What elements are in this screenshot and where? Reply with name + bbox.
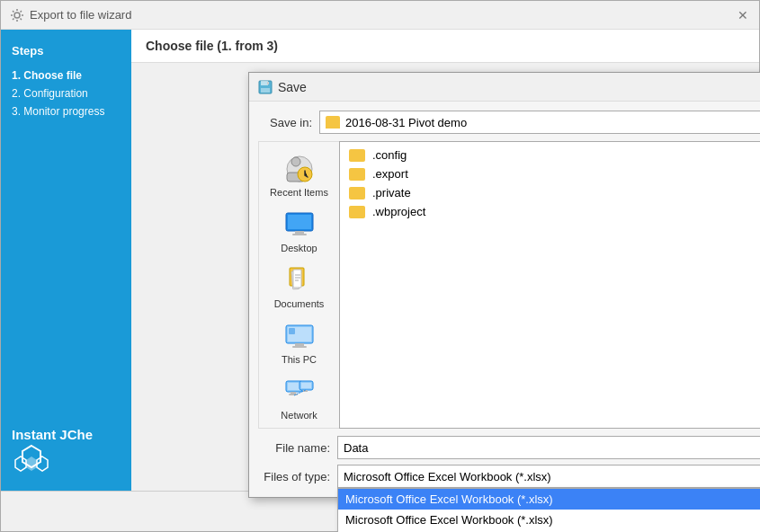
step-3-label: Monitor progress — [23, 105, 104, 118]
file-name-config: .config — [372, 148, 407, 162]
step-2-label: Configuration — [23, 87, 87, 100]
wizard-title-text: Export to file wizard — [30, 8, 131, 22]
svg-rect-40 — [301, 383, 311, 388]
network-icon — [283, 376, 316, 408]
wizard-title-left: Export to file wizard — [10, 8, 131, 22]
files-of-type-value: Microsoft Office Excel Workbook (*.xlsx) — [344, 470, 551, 483]
recent-items-label: Recent Items — [270, 187, 328, 198]
dropdown-item-xlsx-selected[interactable]: Microsoft Office Excel Workbook (*.xlsx) — [338, 489, 760, 510]
brand-text: Instant JChe — [12, 427, 93, 442]
svg-rect-38 — [289, 394, 298, 395]
file-item-config[interactable]: .config — [344, 146, 760, 164]
this-pc-label: This PC — [282, 354, 317, 365]
svg-rect-34 — [289, 328, 295, 334]
main-header: Choose file (1. from 3) — [131, 30, 759, 63]
files-of-type-combo[interactable]: Microsoft Office Excel Workbook (*.xlsx)… — [337, 465, 760, 488]
wizard-window: Export to file wizard ✕ Steps 1. Choose … — [0, 0, 760, 532]
shortcuts-panel: Recent Items — [258, 141, 339, 429]
documents-icon — [283, 264, 316, 297]
save-title-left: Save — [258, 80, 307, 94]
folder-icon-export — [349, 168, 365, 181]
steps-list: 1. Choose file 2. Configuration 3. Monit… — [1, 66, 131, 120]
save-icon — [258, 80, 273, 94]
dropdown-item-xlsx[interactable]: Microsoft Office Excel Workbook (*.xlsx) — [338, 510, 760, 530]
svg-rect-7 — [261, 88, 270, 93]
save-in-value: 2016-08-31 Pivot demo — [345, 116, 467, 129]
main-inner: Save ✕ Save in: 2016-08-31 Pivot demo — [131, 63, 759, 491]
svg-rect-37 — [291, 392, 296, 394]
file-item-private[interactable]: .private — [344, 183, 760, 202]
step-2-number: 2. — [12, 87, 21, 100]
desktop-icon — [283, 208, 316, 241]
wizard-body: Steps 1. Choose file 2. Configuration 3.… — [1, 30, 759, 491]
save-middle-section: Recent Items — [258, 141, 760, 429]
svg-rect-26 — [293, 270, 301, 288]
folder-icon-wbproject — [349, 206, 365, 218]
file-item-export[interactable]: .export — [344, 164, 760, 183]
file-name-export: .export — [372, 167, 408, 181]
files-of-type-label: Files of type: — [258, 470, 330, 483]
gear-icon — [10, 8, 24, 22]
svg-rect-33 — [292, 346, 307, 348]
brand-area: Instant JChe — [12, 427, 93, 482]
svg-rect-8 — [267, 82, 269, 84]
steps-panel: Steps 1. Choose file 2. Configuration 3.… — [1, 30, 131, 491]
svg-rect-23 — [292, 234, 307, 235]
file-item-wbproject[interactable]: .wbproject — [344, 202, 760, 221]
step-1-label: Choose file — [23, 69, 82, 82]
svg-point-17 — [291, 157, 300, 166]
shortcut-this-pc[interactable]: This PC — [264, 316, 335, 368]
save-dialog-body: Save in: 2016-08-31 Pivot demo ▼ — [249, 102, 760, 497]
wizard-titlebar: Export to file wizard ✕ — [1, 1, 759, 30]
svg-marker-2 — [26, 457, 37, 471]
network-label: Network — [281, 410, 317, 421]
svg-rect-22 — [295, 231, 304, 234]
file-type-dropdown: Microsoft Office Excel Workbook (*.xlsx)… — [337, 488, 760, 532]
file-name-label: File name: — [258, 441, 330, 455]
shortcut-desktop[interactable]: Desktop — [264, 205, 335, 257]
shortcut-recent-items[interactable]: Recent Items — [264, 149, 335, 201]
documents-label: Documents — [274, 298, 325, 309]
step-item-1: 1. Choose file — [12, 66, 121, 84]
step-item-3: 3. Monitor progress — [12, 102, 121, 120]
wizard-close-button[interactable]: ✕ — [736, 8, 750, 22]
step-item-2: 2. Configuration — [12, 84, 121, 102]
brand-icon — [12, 442, 51, 482]
desktop-label: Desktop — [281, 243, 317, 253]
svg-rect-32 — [295, 343, 304, 346]
main-content: Choose file (1. from 3) Sav — [131, 30, 759, 491]
svg-point-0 — [14, 13, 20, 18]
file-name-row: File name: Save — [258, 436, 760, 459]
this-pc-icon — [283, 320, 316, 352]
folder-icon-config — [349, 149, 365, 162]
svg-rect-6 — [261, 81, 268, 85]
file-list-area: .config .export .private — [339, 141, 760, 429]
folder-icon-private — [349, 187, 365, 200]
shortcut-network[interactable]: Network — [264, 372, 335, 424]
svg-rect-21 — [288, 215, 311, 229]
shortcut-documents[interactable]: Documents — [264, 261, 335, 313]
save-in-combo[interactable]: 2016-08-31 Pivot demo ▼ — [319, 111, 760, 134]
step-1-number: 1. — [12, 69, 21, 82]
save-dialog: Save ✕ Save in: 2016-08-31 Pivot demo — [248, 72, 760, 498]
save-in-row: Save in: 2016-08-31 Pivot demo ▼ — [258, 111, 760, 134]
folder-icon — [326, 116, 340, 129]
recent-items-icon — [283, 153, 316, 185]
save-in-label: Save in: — [258, 116, 312, 129]
save-bottom-section: File name: Save Files of type: Mic — [258, 436, 760, 488]
steps-header: Steps — [1, 39, 131, 66]
files-of-type-row: Files of type: Microsoft Office Excel Wo… — [258, 465, 760, 488]
file-name-input[interactable] — [337, 436, 760, 459]
svg-rect-36 — [288, 383, 300, 390]
save-titlebar: Save ✕ — [249, 73, 760, 102]
file-name-private: .private — [372, 186, 411, 200]
step-3-number: 3. — [12, 105, 21, 118]
file-name-wbproject: .wbproject — [372, 205, 425, 218]
save-dialog-title: Save — [278, 80, 307, 94]
